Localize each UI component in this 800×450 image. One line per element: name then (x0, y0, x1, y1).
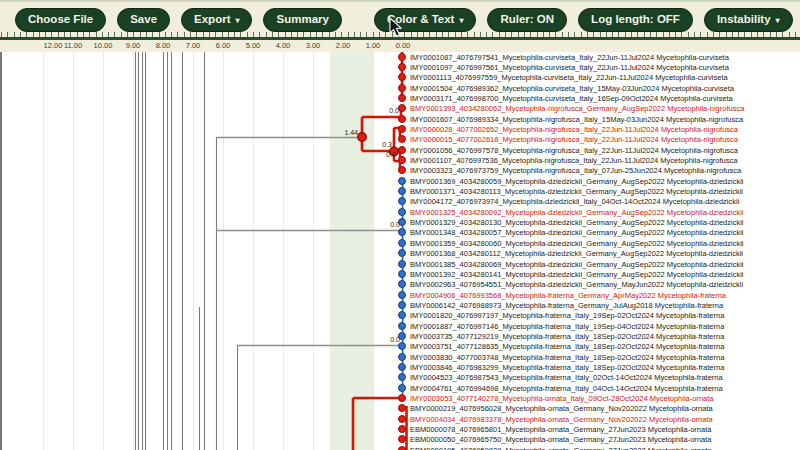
tip-label[interactable]: BMY0006142_4076988973_Mycetophila-frater… (410, 300, 723, 309)
tip-node-marker[interactable] (398, 53, 406, 61)
tip-label[interactable]: BMY0001369_4034280059_Mycetophila-dziedz… (410, 176, 744, 185)
dropdown-caret-icon: ▾ (459, 17, 463, 25)
ruler-tick-label: 0.00 (396, 41, 411, 50)
tip-label[interactable]: IMY0004761_4076994698_Mycetophila-frater… (410, 383, 723, 392)
toolbar-button-choose-file[interactable]: Choose File (15, 8, 106, 32)
tip-node-marker[interactable] (398, 249, 406, 257)
tip-label[interactable]: BMY0001325_4034280092_Mycetophila-dziedz… (410, 207, 744, 216)
ruler-tick-label: 8.00 (156, 41, 171, 50)
tip-label[interactable]: BMY0000219_4076956028_Mycetophila-ornata… (410, 404, 713, 413)
tip-label[interactable]: IMY0003830_4077003748_Mycetophila-frater… (410, 352, 724, 361)
tip-label[interactable]: IMY0001607_4076989334_Mycetophila-nigrof… (410, 114, 743, 123)
tip-node-marker[interactable] (398, 197, 406, 205)
toolbar-button-instability[interactable]: Instability▾ (704, 8, 793, 32)
tip-node-marker[interactable] (398, 435, 406, 443)
toolbar-button-export[interactable]: Export▾ (181, 8, 252, 32)
tip-node-marker[interactable] (398, 353, 406, 361)
tip-node-marker[interactable] (398, 260, 406, 268)
ruler-tick-label: 6.00 (216, 41, 231, 50)
tip-label[interactable]: IMY0000015_4077002618_Mycetophila-nigrof… (410, 135, 738, 144)
tip-node-marker[interactable] (398, 177, 406, 185)
tip-node-marker[interactable] (398, 187, 406, 195)
tip-node-marker[interactable] (398, 94, 406, 102)
branch-length-label: 0.0 (386, 151, 396, 158)
tip-node-marker[interactable] (398, 425, 406, 433)
tip-node-marker[interactable] (398, 270, 406, 278)
tree-panel: 0.01.440.30.00.00.0 IMY0001087_407679754… (0, 52, 800, 450)
tip-node-marker[interactable] (398, 135, 406, 143)
tip-node-marker[interactable] (398, 311, 406, 319)
tip-label[interactable]: BMY0001371_4034280113_Mycetophila-dziedz… (410, 187, 743, 196)
tip-node-marker[interactable] (398, 322, 406, 330)
tip-label[interactable]: IMY0001887_4076997146_Mycetophila-frater… (410, 321, 724, 330)
tip-label[interactable]: BMY0001329_4034280130_Mycetophila-dziedz… (410, 218, 744, 227)
tip-label[interactable]: IMY0000028_4077002652_Mycetophila-nigrof… (410, 124, 738, 133)
tip-label[interactable]: IMY0003735_4077129219_Mycetophila-frater… (410, 331, 724, 340)
tip-label[interactable]: IMY0003751_4077128635_Mycetophila-frater… (410, 342, 724, 351)
tip-label[interactable]: IMY0004172_4076973974_Mycetophila-dziedz… (410, 197, 739, 206)
tip-label[interactable]: EBM0000195_4076959828_Mycetophila-ornata… (410, 445, 711, 450)
tip-label[interactable]: BMY0001348_4034280057_Mycetophila-dziedz… (410, 228, 744, 237)
tip-node-marker[interactable] (398, 384, 406, 392)
toolbar-button-ruler-toggle[interactable]: Ruler: ON (487, 8, 567, 32)
tip-label[interactable]: IMY0001056_4076997578_Mycetophila-nigrof… (410, 145, 738, 154)
branch-length-label: 1.44 (344, 129, 358, 136)
phylogeny-viewer-app: Choose FileSaveExport▾SummaryColor & Tex… (0, 0, 800, 450)
tip-node-marker[interactable] (398, 373, 406, 381)
tip-node-marker[interactable] (398, 291, 406, 299)
mouse-cursor-icon (389, 17, 405, 39)
dropdown-caret-icon: ▾ (776, 17, 780, 25)
pass-through-edges (136, 52, 238, 450)
ruler-tick-label: 12.00 (44, 41, 63, 50)
tip-label[interactable]: IMY0001097_4076997561_Mycetophila-curvis… (410, 62, 729, 71)
tip-label[interactable]: IMY0001504_4076989362_Mycetophila-curvis… (410, 83, 734, 92)
tip-node-marker[interactable] (398, 63, 406, 71)
tip-node-marker[interactable] (398, 394, 406, 402)
tip-node-marker[interactable] (398, 84, 406, 92)
tip-node-marker[interactable] (398, 239, 406, 247)
gray-branches (216, 138, 401, 346)
tip-node-marker[interactable] (398, 208, 406, 216)
tip-label[interactable]: IMY0003323_4076973759_Mycetophila-nigrof… (410, 166, 741, 175)
toolbar-button-summary[interactable]: Summary (263, 8, 341, 32)
tip-label[interactable]: BMY0004034_4076983378_Mycetophila-ornata… (410, 414, 713, 423)
tip-node-marker[interactable] (398, 228, 406, 236)
tip-label[interactable]: EBM0000050_4076965750_Mycetophila-ornata… (410, 435, 711, 444)
tip-label[interactable]: IMY0001087_4076797541_Mycetophila-curvis… (410, 52, 729, 61)
tip-node-marker[interactable] (398, 115, 406, 123)
ruler-tick-label: 3.00 (306, 41, 321, 50)
tip-node-marker[interactable] (398, 363, 406, 371)
tip-node-marker[interactable] (398, 301, 406, 309)
tip-label[interactable]: IMY0001820_4076997197_Mycetophila-frater… (410, 311, 724, 320)
tip-label[interactable]: IMY0004523_4076987543_Mycetophila-frater… (410, 373, 723, 382)
tip-label[interactable]: BMY0001392_4034280141_Mycetophila-dziedz… (410, 269, 744, 278)
tip-label[interactable]: EBM0000078_4076965801_Mycetophila-ornata… (410, 425, 711, 434)
tip-label[interactable]: BMY0001359_4034280060_Mycetophila-dziedz… (410, 238, 744, 247)
tip-node-marker[interactable] (398, 146, 406, 154)
tip-node-marker[interactable] (398, 166, 406, 174)
tip-label[interactable]: IMY0003846_4076983299_Mycetophila-frater… (410, 363, 724, 372)
tip-node-marker[interactable] (398, 342, 406, 350)
tip-node-marker[interactable] (398, 280, 406, 288)
tip-node-marker[interactable] (398, 125, 406, 133)
branch-length-label: 0.0 (390, 336, 400, 343)
tip-label[interactable]: IMY0003171_4076998700_Mycetophila-curvis… (410, 93, 733, 102)
tip-node-marker[interactable] (398, 73, 406, 81)
tip-node-marker[interactable] (398, 446, 406, 450)
ruler-tick-label: 5.00 (246, 41, 261, 50)
tip-label[interactable]: BMY0004906_4076993568_Mycetophila-frater… (410, 290, 726, 299)
tip-label[interactable]: IMY0003053_4077140278_Mycetophila-ornata… (410, 394, 714, 403)
toolbar-button-log-length-toggle[interactable]: Log length: OFF (578, 8, 693, 32)
tip-node-marker[interactable] (398, 404, 406, 412)
tip-label[interactable]: IMY0001113_4076997559_Mycetophila-curvis… (410, 73, 728, 82)
tip-node-marker[interactable] (398, 415, 406, 423)
tip-label[interactable]: BMY0001385_4034280069_Mycetophila-dziedz… (410, 259, 744, 268)
tip-label[interactable]: BMY0001368_4034280112_Mycetophila-dziedz… (410, 249, 743, 258)
branch-length-label: 0.0 (390, 221, 400, 228)
tip-label[interactable]: IMY0001107_4076997536_Mycetophila-nigrof… (410, 156, 737, 165)
toolbar-button-save[interactable]: Save (117, 8, 170, 32)
tip-label[interactable]: BMY0001393_4034280062_Mycetophila-nigrof… (410, 104, 744, 113)
ruler-tick-label: 4.00 (276, 41, 291, 50)
tip-node-marker[interactable] (398, 156, 406, 164)
tip-label[interactable]: BMY0002963_4076954551_Mycetophila-dziedz… (410, 280, 743, 289)
